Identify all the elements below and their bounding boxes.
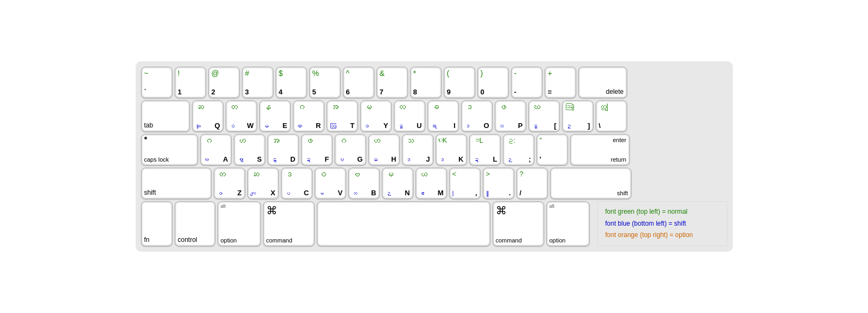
key-command-right[interactable]: ⌘ command: [493, 201, 544, 246]
row-zxcv: shift တ ဇ Z ဆ ကျ X ဒ: [141, 168, 727, 199]
key-tab[interactable]: tab: [141, 100, 190, 132]
key-s[interactable]: ဟ ဈ S: [234, 134, 265, 165]
key-2[interactable]: @ 2: [208, 67, 240, 98]
key-u[interactable]: လ ဠ U: [394, 100, 425, 132]
key-capslock[interactable]: caps lock: [141, 134, 198, 165]
key-minus[interactable]: - -: [511, 67, 542, 98]
row-qwerty: tab ဆ ဆု Q တ ဝ W န: [141, 100, 727, 132]
key-shift-right[interactable]: shift: [550, 168, 631, 199]
key-n[interactable]: မ ဉ N: [382, 168, 413, 199]
legend-box: font green (top left) = normal font blue…: [597, 201, 727, 246]
key-backslash[interactable]: ဣ| \: [596, 100, 627, 132]
key-option-left[interactable]: alt option: [218, 201, 261, 246]
key-space[interactable]: [317, 201, 490, 246]
key-x[interactable]: ဆ ကျ X: [247, 168, 279, 199]
key-3[interactable]: # 3: [242, 67, 273, 98]
key-w[interactable]: တ ဝ W: [226, 100, 257, 132]
key-m[interactable]: ယ ဧ M: [416, 168, 447, 199]
key-r[interactable]: ဂ ဏ R: [293, 100, 324, 132]
key-z[interactable]: တ ဇ Z: [214, 168, 245, 199]
key-bracket-right[interactable]: ဩ} ဥ ]: [562, 100, 593, 132]
key-fn[interactable]: fn: [141, 201, 173, 246]
key-e[interactable]: န မ E: [259, 100, 291, 132]
key-f[interactable]: ဖ ဍ F: [301, 134, 333, 165]
key-comma[interactable]: < | ,: [449, 168, 481, 199]
keyboard: ~ ` ! 1 @ 2 # 3 $ 4 % 5 ^ 6 & 7: [136, 61, 733, 252]
key-quote[interactable]: " ': [537, 134, 568, 165]
key-bracket-left[interactable]: ဃ ဠ [: [528, 100, 560, 132]
key-v[interactable]: ဝ ဗ V: [315, 168, 346, 199]
key-6[interactable]: ^ 6: [343, 67, 374, 98]
key-d[interactable]: အ ဋ D: [267, 134, 299, 165]
key-0[interactable]: ) 0: [477, 67, 509, 98]
key-4[interactable]: $ 4: [276, 67, 307, 98]
key-t[interactable]: အ ဩ T: [327, 100, 358, 132]
key-7[interactable]: & 7: [376, 67, 408, 98]
key-o[interactable]: ဒ ဒ O: [461, 100, 493, 132]
key-p[interactable]: ဖ ဘ P: [495, 100, 526, 132]
key-9[interactable]: ( 9: [444, 67, 475, 98]
key-control[interactable]: control: [175, 201, 215, 246]
key-tilde[interactable]: ~ `: [141, 67, 173, 98]
key-shift-left[interactable]: shift: [141, 168, 212, 199]
key-h[interactable]: ဟ ဓ H: [368, 134, 400, 165]
key-delete[interactable]: delete: [578, 67, 627, 98]
key-b[interactable]: ဗ ဘ B: [348, 168, 380, 199]
row-bottom: fn control alt option ⌘ command ⌘ comman…: [141, 201, 727, 246]
key-g[interactable]: ဂ ဎ G: [335, 134, 366, 165]
key-i[interactable]: ခ ရ I: [427, 100, 459, 132]
legend-line3: font orange (top right) = option: [605, 229, 719, 241]
row-asdf: caps lock ဂ ဃ A ဟ ဈ S အ: [141, 134, 727, 165]
key-k[interactable]: ၤK ဒ K: [436, 134, 467, 165]
key-8[interactable]: * 8: [410, 67, 442, 98]
key-c[interactable]: ဒ ပ C: [281, 168, 312, 199]
row-numbers: ~ ` ! 1 @ 2 # 3 $ 4 % 5 ^ 6 & 7: [141, 67, 727, 98]
key-option-right[interactable]: alt option: [546, 201, 590, 246]
key-semicolon[interactable]: ဥ: ဉ ;: [503, 134, 534, 165]
legend-line1: font green (top left) = normal: [605, 206, 719, 218]
legend-line2: font blue (bottom left) = shift: [605, 218, 719, 230]
key-slash[interactable]: ? /: [516, 168, 548, 199]
key-l[interactable]: ၥL ဍ L: [469, 134, 501, 165]
key-period[interactable]: > ‖ .: [483, 168, 514, 199]
key-y[interactable]: မ ဇ Y: [360, 100, 392, 132]
key-command-left[interactable]: ⌘ command: [263, 201, 315, 246]
key-a[interactable]: ဂ ဃ A: [200, 134, 232, 165]
key-5[interactable]: % 5: [309, 67, 341, 98]
key-1[interactable]: ! 1: [175, 67, 206, 98]
key-q[interactable]: ဆ ဆု Q: [192, 100, 224, 132]
key-equals[interactable]: + =: [545, 67, 576, 98]
key-enter[interactable]: enter return: [570, 134, 630, 165]
key-j[interactable]: သ ဒ J: [402, 134, 433, 165]
